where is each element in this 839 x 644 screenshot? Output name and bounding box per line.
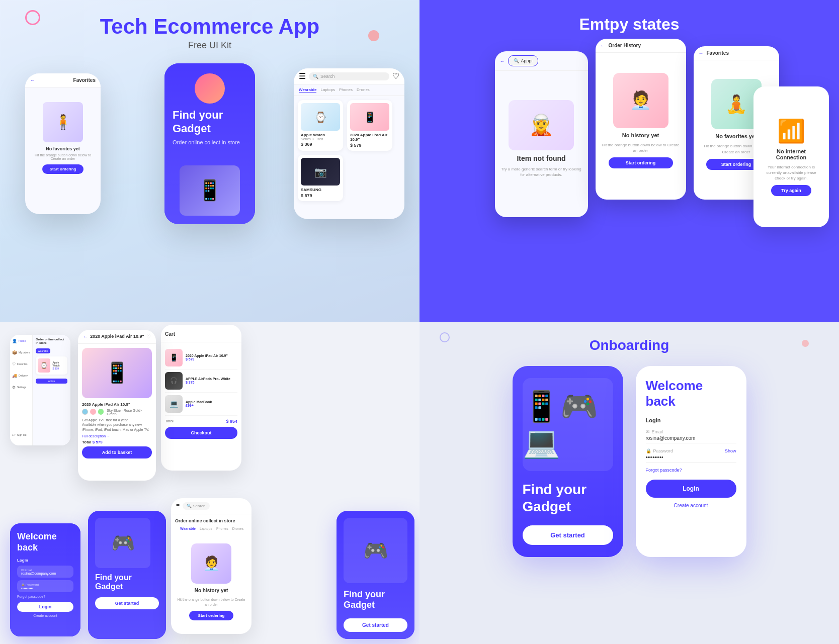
samsung-image: 📷 bbox=[301, 158, 340, 186]
sidebar-content: 👤 Profile 📦 My orders ♡ Favorites 🚚 Deli… bbox=[10, 335, 70, 445]
q3-tab-wearable[interactable]: Wearable bbox=[180, 527, 196, 530]
onboard-login-btn[interactable]: Login bbox=[646, 480, 736, 498]
no-favorites-empty-msg: No favorites yet bbox=[715, 133, 757, 139]
cart-airpods-name: APPLE AirPods Pro- White bbox=[186, 377, 237, 381]
q3-order-history-phone: ☰ 🔍 Search Order online collect in store… bbox=[171, 498, 251, 634]
nav-settings[interactable]: ⚙ Settings bbox=[10, 385, 32, 390]
apple-watch-card[interactable]: ⌚ Apple Watch Series 8 · Red $ 369 bbox=[298, 100, 343, 151]
onboard-find-gadget-content: 📱🎮💻 Find your Gadget Get started bbox=[513, 366, 623, 557]
back-arrow-icon: ← bbox=[30, 77, 35, 83]
q4-onboarding-title: Onboarding bbox=[590, 337, 669, 353]
nav-settings-label: Settings bbox=[17, 386, 26, 389]
order-history-title: Order History bbox=[609, 43, 641, 48]
welcome-back-title: Welcome back bbox=[17, 531, 73, 553]
favorites-title: Favorites bbox=[73, 77, 96, 83]
detail-header-title: 2020 Apple iPad Air 10.9" bbox=[90, 334, 144, 339]
onboard-get-started-btn[interactable]: Get started bbox=[523, 525, 613, 545]
tab-drones[interactable]: Drones bbox=[357, 87, 370, 93]
find-gadget2-title: Find your Gadget bbox=[344, 589, 407, 610]
cart-ipad-info: 2020 Apple iPad Air 10.9" $ 579 bbox=[186, 354, 237, 361]
add-to-basket-btn[interactable]: Add to basket bbox=[82, 446, 152, 458]
nav-fav-label: Favorites bbox=[17, 362, 28, 365]
full-description-link[interactable]: Full description → bbox=[82, 434, 152, 438]
not-found-sub: Try a more generic search term or try lo… bbox=[500, 166, 583, 177]
color-labels: Sky Blue · Rose Gold · Green bbox=[107, 409, 152, 416]
quadrant-empty-states: Emtpy states ← 🔍 Apppi 🧝 Item not found … bbox=[420, 0, 839, 322]
search-placeholder: Search bbox=[320, 74, 335, 79]
detail-price: $ 579 bbox=[93, 440, 103, 444]
onboard-welcome-content: Welcome back Login ✉ Email rosina@compan… bbox=[636, 366, 746, 557]
cart-item-airpods: 🎧 APPLE AirPods Pro- White $ 375 bbox=[165, 370, 237, 393]
cart-title: Cart bbox=[165, 331, 175, 337]
nav-delivery-label: Delivery bbox=[19, 374, 28, 377]
favorites-body: 🧍 No favorites yet Hit the orange button… bbox=[25, 87, 101, 188]
deco-circle-pink bbox=[25, 10, 40, 25]
color-rose-gold[interactable] bbox=[90, 409, 96, 415]
samsung-name: SAMSUNG bbox=[301, 188, 340, 192]
password-field-welcome[interactable]: 🔒 Password •••••••••• bbox=[17, 580, 73, 592]
no-internet-phone: 📶 No internet Connection Your internet c… bbox=[753, 86, 829, 227]
favorites-phone: ← Favorites 🧍 No favorites yet Hit the o… bbox=[25, 73, 101, 214]
nav-orders[interactable]: 📦 My orders bbox=[10, 350, 32, 355]
q4-deco-circle-1 bbox=[440, 332, 450, 342]
q3-order-search[interactable]: 🔍 Search bbox=[183, 502, 210, 510]
sidebar-tab-wearable[interactable]: Wearable bbox=[36, 348, 50, 353]
q3-order-history-header: ☰ 🔍 Search bbox=[171, 498, 251, 514]
cart-body: 📱 2020 Apple iPad Air 10.9" $ 579 🎧 APPL… bbox=[161, 342, 241, 443]
search-query: Apppi bbox=[521, 58, 533, 63]
welcome-back-phone: Welcome back Login ✉ Email rosina@compan… bbox=[10, 523, 80, 636]
email-field-welcome[interactable]: ✉ Email rosina@company.com bbox=[17, 566, 73, 578]
start-ordering-order-btn[interactable]: Start ordering bbox=[609, 157, 673, 168]
not-found-search[interactable]: 🔍 Apppi bbox=[508, 55, 538, 66]
find-gadget2-btn[interactable]: Get started bbox=[344, 618, 407, 632]
onboard-forgot-link[interactable]: Forgot passcode? bbox=[646, 468, 736, 473]
onboard-password-value[interactable]: •••••••••• bbox=[646, 454, 736, 463]
find-gadget-get-started-btn[interactable]: Get started bbox=[95, 597, 159, 609]
sidebar-navigation: 👤 Profile 📦 My orders ♡ Favorites 🚚 Deli… bbox=[10, 335, 33, 445]
start-ordering-btn[interactable]: Start ordering bbox=[42, 164, 84, 174]
tab-phones[interactable]: Phones bbox=[339, 87, 353, 93]
color-sky-blue[interactable] bbox=[82, 409, 88, 415]
q3-tab-phones[interactable]: Phones bbox=[216, 527, 228, 530]
samsung-card[interactable]: 📷 SAMSUNG $ 579 bbox=[298, 155, 343, 201]
color-green[interactable] bbox=[98, 409, 104, 415]
phones-container: ← Favorites 🧍 No favorites yet Hit the o… bbox=[15, 58, 404, 224]
search-bar[interactable]: 🔍 Search bbox=[309, 72, 389, 80]
email-label-welcome: ✉ Email bbox=[21, 568, 69, 572]
nav-profile[interactable]: 👤 Profile bbox=[10, 339, 32, 343]
forgot-passcode-link[interactable]: Forgot passcode? bbox=[17, 595, 73, 598]
nav-favorites[interactable]: ♡ Favorites bbox=[10, 362, 32, 366]
q3-start-ordering-btn[interactable]: Start ordering bbox=[189, 611, 234, 620]
login-btn-welcome[interactable]: Login bbox=[17, 602, 73, 612]
try-again-btn[interactable]: Try again bbox=[771, 185, 811, 196]
onboard-create-account-link[interactable]: Create account bbox=[646, 503, 736, 508]
search-icon-2: 🔍 bbox=[514, 58, 519, 63]
create-account-link[interactable]: Create account bbox=[17, 614, 73, 617]
onboard-gadgets-3d: 📱🎮💻 bbox=[523, 378, 613, 472]
find-gadget2-phone: 🎮 Find your Gadget Get started bbox=[337, 511, 414, 639]
hero-order-text: Order online collect in store bbox=[173, 139, 247, 145]
order-history-header: ← Order History bbox=[596, 39, 686, 53]
q3-tab-laptops[interactable]: Laptops bbox=[200, 527, 212, 530]
sidebar-watch-btn[interactable]: Active bbox=[36, 379, 67, 384]
onboard-find-title: Find your Gadget bbox=[523, 481, 613, 515]
nav-orders-label: My orders bbox=[19, 351, 30, 354]
cart-ipad-img: 📱 bbox=[165, 349, 183, 366]
password-value-welcome: •••••••••• bbox=[21, 586, 69, 590]
onboard-email-value[interactable]: rosina@company.com bbox=[646, 435, 736, 443]
q1-main-title: Tech Ecommerce App bbox=[100, 15, 319, 38]
nav-signout[interactable]: ↩ Sign out bbox=[10, 433, 32, 437]
no-internet-msg: No internet Connection bbox=[761, 148, 821, 160]
cart-airpods-img: 🎧 bbox=[165, 372, 183, 390]
nav-delivery[interactable]: 🚚 Delivery bbox=[10, 374, 32, 378]
tab-wearable[interactable]: Wearable bbox=[299, 87, 316, 93]
back-arrow-search: ← bbox=[500, 58, 505, 64]
sidebar-order-text: Order online collect in store bbox=[36, 338, 67, 346]
ipad-card[interactable]: 📱 2020 Apple iPad Air 10.9" $ 579 bbox=[347, 100, 392, 151]
checkout-btn[interactable]: Checkout bbox=[165, 427, 237, 439]
q3-tab-drones[interactable]: Drones bbox=[232, 527, 244, 530]
nav-profile-label: Profile bbox=[19, 339, 26, 342]
tab-laptops[interactable]: Laptops bbox=[320, 87, 334, 93]
show-password-btn[interactable]: Show bbox=[725, 448, 736, 453]
sidebar-watch-img: ⌚ bbox=[38, 358, 50, 373]
